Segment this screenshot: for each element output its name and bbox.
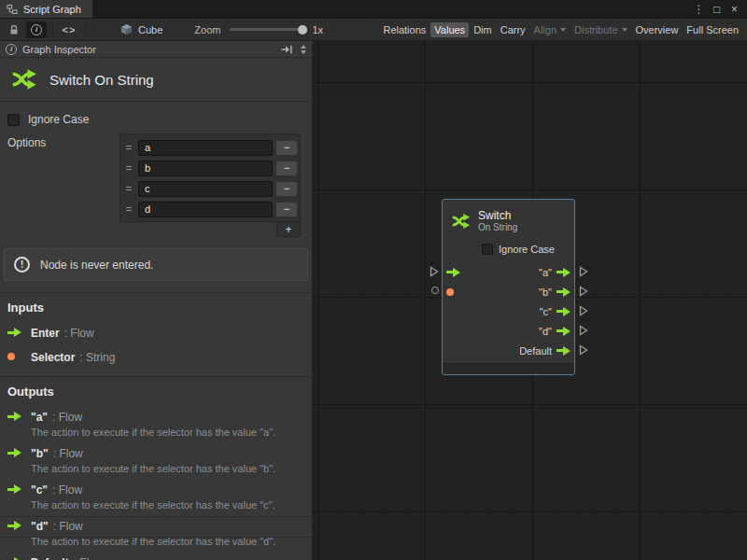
option-field[interactable]: a [138, 140, 273, 156]
options-label: Options [7, 133, 120, 237]
drag-handle-icon[interactable]: = [123, 203, 134, 215]
port-name: "c" [31, 483, 48, 497]
remove-option-button[interactable]: − [276, 203, 297, 217]
output-port-icon[interactable] [557, 287, 571, 297]
cube-icon [120, 23, 133, 35]
graph-inspector-panel: i Graph Inspector Switch On String Igno [0, 41, 313, 560]
selector-port-icon[interactable] [446, 288, 454, 296]
output-connector-triangle[interactable] [579, 325, 588, 336]
port-row: "d" [443, 321, 574, 341]
panel-scroll-arrows[interactable] [298, 45, 309, 54]
inspector-info-icon: i [6, 44, 17, 55]
button-label: Full Screen [686, 24, 739, 35]
output-port-icon[interactable] [557, 268, 571, 277]
port-row: "b" [443, 282, 574, 301]
zoom-label: Zoom [194, 24, 220, 35]
carry-button[interactable]: Carry [497, 22, 529, 37]
option-field[interactable]: c [138, 181, 273, 197]
option-field[interactable]: b [138, 161, 273, 176]
window-maximize-button[interactable]: □ [709, 1, 725, 17]
graph-target[interactable]: Cube [120, 23, 162, 35]
relations-button[interactable]: Relations [379, 22, 430, 37]
graph-canvas[interactable]: Switch On String Ignore Case "a" " [313, 41, 747, 560]
values-button[interactable]: Values [430, 22, 469, 37]
tab-script-graph[interactable]: Script Graph [0, 0, 92, 18]
warning-icon: ! [14, 257, 30, 273]
ignore-case-checkbox[interactable] [7, 114, 20, 126]
info-icon: i [31, 24, 42, 35]
switch-on-string-node[interactable]: Switch On String Ignore Case "a" " [442, 199, 575, 375]
scroll-down-icon [301, 50, 306, 54]
switch-icon [9, 65, 37, 93]
graph-toolbar: i <> Cube Zoom 1x Relations Values Dim C… [0, 19, 747, 41]
port-label: "a" [539, 267, 552, 278]
button-label: Distribute [574, 24, 617, 35]
option-row: = a − [123, 137, 297, 158]
window-close-button[interactable]: × [726, 1, 742, 17]
zoom-slider-knob[interactable] [298, 25, 307, 35]
value-port-icon [7, 353, 15, 360]
button-label: Carry [500, 24, 526, 35]
output-connector-triangle[interactable] [579, 286, 588, 297]
port-type: : Flow [64, 327, 94, 340]
drag-handle-icon[interactable]: = [123, 162, 134, 174]
drag-handle-icon[interactable]: = [123, 183, 134, 194]
port-type: : Flow [53, 520, 83, 533]
node-footer [443, 363, 574, 374]
output-connector-triangle[interactable] [579, 344, 588, 356]
flow-port-icon [7, 484, 21, 494]
zoom-slider[interactable] [230, 28, 304, 31]
drag-handle-icon[interactable]: = [123, 142, 134, 153]
port-description: The action to execute if the selector ha… [31, 463, 304, 474]
node-title: Switch [478, 209, 517, 222]
remove-option-button[interactable]: − [276, 161, 297, 175]
page-title: Switch On String [49, 72, 154, 88]
option-field[interactable]: d [138, 202, 273, 217]
lock-button[interactable] [4, 21, 24, 38]
port-label: "b" [539, 287, 552, 298]
node-ignore-case-checkbox[interactable] [482, 244, 493, 255]
remove-option-button[interactable]: − [276, 141, 297, 155]
dim-button[interactable]: Dim [470, 22, 496, 37]
panel-divider [0, 516, 312, 517]
output-item: "a": Flow [7, 408, 304, 425]
inputs-section: Inputs Enter: Flow Selector: String [0, 292, 312, 365]
port-name: Selector [31, 351, 75, 364]
switch-node-wrap: Switch On String Ignore Case "a" " [429, 199, 593, 385]
node-subtitle: On String [478, 222, 517, 233]
code-view-button[interactable]: <> [59, 21, 79, 38]
output-port-icon[interactable] [557, 327, 571, 336]
lock-icon [8, 24, 20, 35]
code-icon: <> [63, 24, 77, 35]
inspector-header-title: Graph Inspector [22, 44, 96, 55]
dropdown-caret-icon [560, 28, 566, 32]
window-menu-button[interactable]: ⋮ [691, 1, 707, 17]
window-titlebar: Script Graph ⋮ □ × [0, 0, 747, 19]
scroll-up-icon [301, 45, 306, 49]
node-header: Switch On String [443, 200, 574, 241]
port-name: "b" [31, 447, 49, 460]
output-item: "d": Flow [7, 517, 304, 534]
button-label: Dim [473, 24, 492, 35]
toolbar-buttons: Relations Values Dim Carry Align Distrib… [379, 22, 744, 37]
enter-port-icon[interactable] [446, 268, 460, 277]
port-row: "a" [443, 262, 574, 282]
align-button[interactable]: Align [530, 22, 570, 37]
port-name: "d" [31, 520, 49, 533]
overview-button[interactable]: Overview [632, 22, 683, 37]
dock-icon[interactable] [281, 45, 293, 54]
input-connector-triangle[interactable] [430, 266, 439, 277]
output-port-icon[interactable] [557, 307, 571, 316]
add-option-button[interactable]: + [276, 222, 301, 237]
inspector-header: i Graph Inspector [0, 41, 312, 58]
info-button[interactable]: i [26, 21, 47, 38]
port-type: : Flow [52, 411, 82, 424]
output-connector-triangle[interactable] [579, 305, 588, 316]
full-screen-button[interactable]: Full Screen [683, 22, 742, 37]
output-item: Default: Flow [7, 553, 304, 560]
remove-option-button[interactable]: − [276, 182, 297, 196]
output-connector-triangle[interactable] [579, 266, 588, 277]
selector-connector-circle[interactable] [431, 287, 439, 294]
output-port-icon[interactable] [557, 346, 571, 356]
distribute-button[interactable]: Distribute [571, 22, 630, 37]
